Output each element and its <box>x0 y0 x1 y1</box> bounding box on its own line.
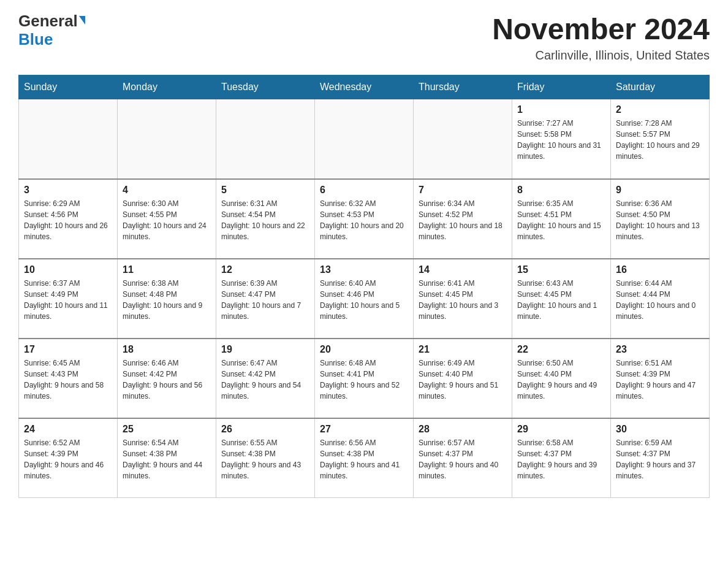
cell-info-text: Sunrise: 6:49 AMSunset: 4:40 PMDaylight:… <box>419 358 507 402</box>
calendar-cell: 4Sunrise: 6:30 AMSunset: 4:55 PMDaylight… <box>118 179 216 259</box>
cell-info-text: Sunrise: 6:48 AMSunset: 4:41 PMDaylight:… <box>320 358 408 402</box>
cell-day-number: 17 <box>24 344 112 355</box>
calendar-cell <box>118 99 216 179</box>
calendar-cell: 1Sunrise: 7:27 AMSunset: 5:58 PMDaylight… <box>512 99 611 179</box>
calendar-week-row: 24Sunrise: 6:52 AMSunset: 4:39 PMDayligh… <box>19 418 710 498</box>
cell-day-number: 12 <box>221 264 309 275</box>
cell-day-number: 14 <box>419 264 507 275</box>
weekday-header-sunday: Sunday <box>19 75 118 99</box>
page-header: General Blue November 2024 Carlinville, … <box>18 12 710 63</box>
calendar-cell: 12Sunrise: 6:39 AMSunset: 4:47 PMDayligh… <box>216 259 315 339</box>
cell-info-text: Sunrise: 6:40 AMSunset: 4:46 PMDaylight:… <box>320 278 408 322</box>
calendar-week-row: 10Sunrise: 6:37 AMSunset: 4:49 PMDayligh… <box>19 259 710 339</box>
calendar-cell <box>19 99 118 179</box>
calendar-table: SundayMondayTuesdayWednesdayThursdayFrid… <box>18 75 710 498</box>
weekday-header-tuesday: Tuesday <box>216 75 315 99</box>
cell-day-number: 6 <box>320 185 408 196</box>
logo-blue-text: Blue <box>18 30 53 48</box>
cell-day-number: 3 <box>24 185 112 196</box>
calendar-cell: 2Sunrise: 7:28 AMSunset: 5:57 PMDaylight… <box>611 99 710 179</box>
cell-day-number: 24 <box>24 424 112 435</box>
weekday-header-friday: Friday <box>512 75 611 99</box>
calendar-cell: 28Sunrise: 6:57 AMSunset: 4:37 PMDayligh… <box>414 418 512 498</box>
cell-day-number: 2 <box>616 104 704 115</box>
cell-info-text: Sunrise: 6:47 AMSunset: 4:42 PMDaylight:… <box>221 358 309 402</box>
month-title: November 2024 <box>492 12 710 46</box>
calendar-cell: 13Sunrise: 6:40 AMSunset: 4:46 PMDayligh… <box>315 259 414 339</box>
cell-day-number: 16 <box>616 264 704 275</box>
calendar-cell: 22Sunrise: 6:50 AMSunset: 4:40 PMDayligh… <box>512 339 611 418</box>
calendar-cell: 26Sunrise: 6:55 AMSunset: 4:38 PMDayligh… <box>216 418 315 498</box>
weekday-header-saturday: Saturday <box>611 75 710 99</box>
cell-info-text: Sunrise: 6:37 AMSunset: 4:49 PMDaylight:… <box>24 278 112 322</box>
calendar-cell: 19Sunrise: 6:47 AMSunset: 4:42 PMDayligh… <box>216 339 315 418</box>
cell-info-text: Sunrise: 6:29 AMSunset: 4:56 PMDaylight:… <box>24 198 112 242</box>
cell-day-number: 23 <box>616 344 704 355</box>
calendar-cell <box>414 99 512 179</box>
cell-day-number: 20 <box>320 344 408 355</box>
cell-day-number: 5 <box>221 185 309 196</box>
cell-day-number: 22 <box>517 344 605 355</box>
calendar-cell: 9Sunrise: 6:36 AMSunset: 4:50 PMDaylight… <box>611 179 710 259</box>
cell-day-number: 19 <box>221 344 309 355</box>
calendar-week-row: 17Sunrise: 6:45 AMSunset: 4:43 PMDayligh… <box>19 339 710 418</box>
cell-day-number: 15 <box>517 264 605 275</box>
calendar-cell: 11Sunrise: 6:38 AMSunset: 4:48 PMDayligh… <box>118 259 216 339</box>
calendar-cell: 17Sunrise: 6:45 AMSunset: 4:43 PMDayligh… <box>19 339 118 418</box>
cell-info-text: Sunrise: 6:31 AMSunset: 4:54 PMDaylight:… <box>221 198 309 242</box>
calendar-cell <box>216 99 315 179</box>
cell-info-text: Sunrise: 6:50 AMSunset: 4:40 PMDaylight:… <box>517 358 605 402</box>
calendar-cell: 30Sunrise: 6:59 AMSunset: 4:37 PMDayligh… <box>611 418 710 498</box>
cell-info-text: Sunrise: 6:55 AMSunset: 4:38 PMDaylight:… <box>221 437 309 481</box>
calendar-cell: 25Sunrise: 6:54 AMSunset: 4:38 PMDayligh… <box>118 418 216 498</box>
cell-info-text: Sunrise: 6:56 AMSunset: 4:38 PMDaylight:… <box>320 437 408 481</box>
calendar-cell: 7Sunrise: 6:34 AMSunset: 4:52 PMDaylight… <box>414 179 512 259</box>
calendar-week-row: 1Sunrise: 7:27 AMSunset: 5:58 PMDaylight… <box>19 99 710 179</box>
cell-day-number: 1 <box>517 104 605 115</box>
cell-info-text: Sunrise: 6:38 AMSunset: 4:48 PMDaylight:… <box>123 278 211 322</box>
calendar-cell: 10Sunrise: 6:37 AMSunset: 4:49 PMDayligh… <box>19 259 118 339</box>
cell-info-text: Sunrise: 6:58 AMSunset: 4:37 PMDaylight:… <box>517 437 605 481</box>
cell-info-text: Sunrise: 6:51 AMSunset: 4:39 PMDaylight:… <box>616 358 704 402</box>
cell-day-number: 4 <box>123 185 211 196</box>
cell-day-number: 28 <box>419 424 507 435</box>
cell-day-number: 18 <box>123 344 211 355</box>
cell-day-number: 8 <box>517 185 605 196</box>
calendar-header-row: SundayMondayTuesdayWednesdayThursdayFrid… <box>19 75 710 99</box>
cell-info-text: Sunrise: 6:30 AMSunset: 4:55 PMDaylight:… <box>123 198 211 242</box>
cell-day-number: 26 <box>221 424 309 435</box>
calendar-cell: 16Sunrise: 6:44 AMSunset: 4:44 PMDayligh… <box>611 259 710 339</box>
cell-day-number: 10 <box>24 264 112 275</box>
calendar-cell: 15Sunrise: 6:43 AMSunset: 4:45 PMDayligh… <box>512 259 611 339</box>
logo-general-text: General <box>18 12 78 30</box>
calendar-cell: 14Sunrise: 6:41 AMSunset: 4:45 PMDayligh… <box>414 259 512 339</box>
title-area: November 2024 Carlinville, Illinois, Uni… <box>492 12 710 63</box>
calendar-cell: 18Sunrise: 6:46 AMSunset: 4:42 PMDayligh… <box>118 339 216 418</box>
cell-info-text: Sunrise: 6:35 AMSunset: 4:51 PMDaylight:… <box>517 198 605 242</box>
calendar-cell: 6Sunrise: 6:32 AMSunset: 4:53 PMDaylight… <box>315 179 414 259</box>
cell-day-number: 30 <box>616 424 704 435</box>
location-subtitle: Carlinville, Illinois, United States <box>492 48 710 63</box>
calendar-cell: 29Sunrise: 6:58 AMSunset: 4:37 PMDayligh… <box>512 418 611 498</box>
weekday-header-thursday: Thursday <box>414 75 512 99</box>
calendar-cell: 8Sunrise: 6:35 AMSunset: 4:51 PMDaylight… <box>512 179 611 259</box>
calendar-cell: 27Sunrise: 6:56 AMSunset: 4:38 PMDayligh… <box>315 418 414 498</box>
cell-day-number: 11 <box>123 264 211 275</box>
cell-info-text: Sunrise: 6:34 AMSunset: 4:52 PMDaylight:… <box>419 198 507 242</box>
cell-info-text: Sunrise: 7:28 AMSunset: 5:57 PMDaylight:… <box>616 118 704 162</box>
logo: General Blue <box>18 12 85 49</box>
calendar-cell <box>315 99 414 179</box>
cell-info-text: Sunrise: 6:57 AMSunset: 4:37 PMDaylight:… <box>419 437 507 481</box>
calendar-cell: 20Sunrise: 6:48 AMSunset: 4:41 PMDayligh… <box>315 339 414 418</box>
calendar-cell: 21Sunrise: 6:49 AMSunset: 4:40 PMDayligh… <box>414 339 512 418</box>
calendar-cell: 5Sunrise: 6:31 AMSunset: 4:54 PMDaylight… <box>216 179 315 259</box>
calendar-cell: 23Sunrise: 6:51 AMSunset: 4:39 PMDayligh… <box>611 339 710 418</box>
cell-day-number: 29 <box>517 424 605 435</box>
logo-arrow-icon <box>79 16 85 25</box>
cell-info-text: Sunrise: 6:36 AMSunset: 4:50 PMDaylight:… <box>616 198 704 242</box>
cell-info-text: Sunrise: 6:32 AMSunset: 4:53 PMDaylight:… <box>320 198 408 242</box>
cell-day-number: 21 <box>419 344 507 355</box>
cell-info-text: Sunrise: 6:45 AMSunset: 4:43 PMDaylight:… <box>24 358 112 402</box>
cell-info-text: Sunrise: 6:54 AMSunset: 4:38 PMDaylight:… <box>123 437 211 481</box>
cell-info-text: Sunrise: 6:44 AMSunset: 4:44 PMDaylight:… <box>616 278 704 322</box>
